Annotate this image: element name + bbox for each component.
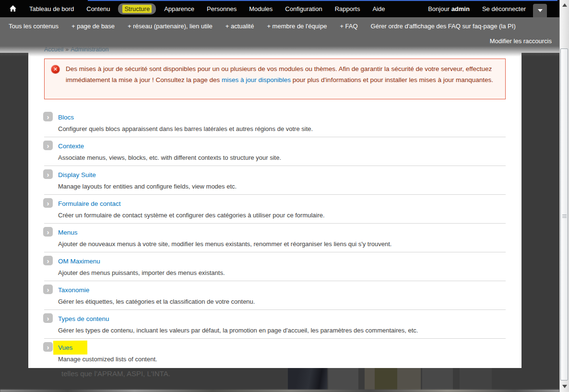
- shortcut-faq[interactable]: + FAQ: [340, 23, 357, 30]
- breadcrumb: Accueil»Administration: [44, 46, 108, 53]
- greeting-text: Bonjour admin: [428, 5, 470, 12]
- admin-item-description: Créer un formulaire de contact système e…: [58, 212, 506, 219]
- chevron-right-icon[interactable]: ›: [43, 227, 53, 237]
- admin-item-description: Manage customized lists of content.: [58, 356, 506, 363]
- admin-item-om-maximenu: ›OM MaximenuAjouter des menus puissants,…: [44, 252, 506, 281]
- shortcut-links: Tous les contenus+ page de base+ réseau …: [0, 17, 559, 30]
- logout-link[interactable]: Se déconnecter: [482, 5, 526, 12]
- admin-item-link-menus[interactable]: Menus: [58, 229, 78, 236]
- shortcut-actualite[interactable]: + actualité: [225, 23, 254, 30]
- admin-item-link-taxonomie[interactable]: Taxonomie: [58, 286, 89, 294]
- admin-item-link-om-maximenu[interactable]: OM Maximenu: [58, 258, 100, 265]
- toolbar-item-rapports[interactable]: Rapports: [329, 3, 367, 14]
- admin-item-description: Manage layouts for entities and configur…: [58, 183, 506, 190]
- available-updates-link[interactable]: mises à jour disponibles: [222, 76, 291, 83]
- scroll-up-arrow-icon[interactable]: [562, 3, 567, 7]
- breadcrumb-link-administration[interactable]: Administration: [71, 46, 108, 53]
- toolbar-user-area: Bonjour admin Se déconnecter: [428, 5, 526, 12]
- shortcut-gerer-ordre-d-affichage-des-faq-sur-faq-page-la-pi[interactable]: Gérer ordre d'affichage des FAQ sur faq-…: [371, 23, 516, 30]
- toolbar-item-tableau-de-bord[interactable]: Tableau de bord: [23, 3, 80, 14]
- toolbar-item-configuration[interactable]: Configuration: [279, 3, 328, 14]
- admin-item-formulaire-de-contact: ›Formulaire de contactCréer un formulair…: [44, 195, 506, 224]
- toolbar-item-contenu[interactable]: Contenu: [80, 3, 116, 14]
- admin-item-types-de-contenu: ›Types de contenuGérer les types de cont…: [44, 310, 506, 339]
- admin-item-display-suite: ›Display SuiteManage layouts for entitie…: [44, 166, 506, 195]
- admin-item-blocs: ›BlocsConfigurer quels blocs apparaissen…: [44, 108, 506, 137]
- toolbar-item-aide[interactable]: Aide: [366, 3, 391, 14]
- chevron-down-icon: [538, 9, 543, 12]
- shortcut-page-de-base[interactable]: + page de base: [71, 23, 115, 30]
- vertical-scrollbar[interactable]: [559, 0, 569, 392]
- dimmed-page-right: [522, 53, 559, 392]
- shortcut-reseau-partenaire-lien-utile[interactable]: + réseau (partenaire), lien utile: [128, 23, 213, 30]
- drupal-admin-screen: Tableau de bordContenuStructureApparence…: [0, 0, 569, 392]
- dimmed-page-bottom: telles que l’APRAM, ASPI, L'INTA.: [0, 368, 559, 392]
- photo-thumbnail: [288, 368, 327, 390]
- toolbar-item-personnes[interactable]: Personnes: [201, 3, 243, 14]
- admin-item-description: Gérer les types de contenu, incluant les…: [58, 327, 506, 334]
- admin-toolbar: Tableau de bordContenuStructureApparence…: [0, 0, 559, 17]
- admin-item-link-formulaire-de-contact[interactable]: Formulaire de contact: [58, 200, 121, 207]
- shortcut-tous-les-contenus[interactable]: Tous les contenus: [9, 23, 59, 30]
- admin-item-link-types-de-contenu[interactable]: Types de contenu: [58, 315, 109, 322]
- scrollbar-grip-icon: [562, 214, 567, 218]
- photo-thumbnail: [422, 368, 453, 390]
- browser-top-edge: [88, 0, 557, 1]
- scroll-down-arrow-icon[interactable]: [562, 385, 567, 388]
- alert-text-after: pour plus d'informations et pour install…: [291, 76, 493, 83]
- admin-item-link-display-suite[interactable]: Display Suite: [58, 171, 96, 178]
- chevron-right-icon[interactable]: ›: [43, 313, 53, 323]
- photo-thumbnail: [365, 368, 421, 390]
- toolbar-item-apparence[interactable]: Apparence: [158, 3, 201, 14]
- admin-item-description: Ajouter des menus puissants, importer de…: [58, 269, 506, 276]
- structure-items-list: ›BlocsConfigurer quels blocs apparaissen…: [44, 108, 506, 368]
- admin-item-vues: ›VuesManage customized lists of content.: [44, 339, 506, 368]
- scrollbar-thumb[interactable]: [560, 48, 568, 380]
- shortcut-membre-de-l-equipe[interactable]: + membre de l'équipe: [267, 23, 327, 30]
- shortcuts-bar: Tous les contenus+ page de base+ réseau …: [0, 17, 559, 46]
- breadcrumb-link-accueil[interactable]: Accueil: [44, 46, 63, 53]
- admin-item-description: Configurer quels blocs apparaissent dans…: [58, 125, 506, 132]
- blurred-photo-strip: [0, 390, 559, 392]
- dimmed-page-left: [0, 53, 28, 392]
- admin-item-link-vues[interactable]: Vues: [58, 344, 72, 351]
- admin-item-description: Ajouter de nouveaux menus à votre site, …: [58, 240, 506, 248]
- active-item-highlight: Structure: [122, 5, 152, 13]
- admin-item-taxonomie: ›TaxonomieGérer les étiquettes, les caté…: [44, 281, 506, 310]
- toolbar-drawer-toggle[interactable]: [533, 4, 547, 17]
- admin-item-description: Gérer les étiquettes, les catégories et …: [58, 298, 506, 305]
- chevron-right-icon[interactable]: ›: [43, 285, 53, 294]
- chevron-right-icon[interactable]: ›: [43, 198, 53, 208]
- photo-thumbnail: [328, 368, 358, 390]
- admin-item-link-contexte[interactable]: Contexte: [58, 143, 84, 150]
- chevron-right-icon[interactable]: ›: [43, 112, 53, 121]
- chevron-right-icon[interactable]: ›: [43, 141, 53, 150]
- admin-item-contexte: ›ContexteAssociate menus, views, blocks,…: [44, 137, 506, 166]
- security-alert: ✕ Des mises à jour de sécurité sont disp…: [44, 59, 506, 99]
- chevron-right-icon[interactable]: ›: [43, 342, 53, 352]
- chevron-right-icon[interactable]: ›: [43, 169, 53, 179]
- toolbar-item-structure[interactable]: Structure: [118, 3, 156, 14]
- admin-item-menus: ›MenusAjouter de nouveaux menus à votre …: [44, 224, 506, 252]
- admin-item-description: Associate menus, views, blocks, etc. wit…: [58, 154, 506, 161]
- toolbar-item-modules[interactable]: Modules: [243, 3, 279, 14]
- background-page-text: telles que l’APRAM, ASPI, L'INTA.: [61, 369, 170, 378]
- photo-thumbnail: [460, 368, 492, 390]
- admin-item-link-blocs[interactable]: Blocs: [58, 114, 74, 121]
- toolbar-menu: Tableau de bordContenuStructureApparence…: [0, 2, 391, 15]
- edit-shortcuts-link[interactable]: Modifier les raccourcis: [490, 37, 552, 45]
- error-x-icon: ✕: [51, 65, 60, 74]
- toolbar-items: Tableau de bordContenuStructureApparence…: [23, 5, 391, 12]
- username: admin: [451, 5, 470, 12]
- breadcrumb-separator: »: [65, 46, 69, 53]
- chevron-right-icon[interactable]: ›: [43, 256, 53, 265]
- home-icon[interactable]: [7, 2, 19, 15]
